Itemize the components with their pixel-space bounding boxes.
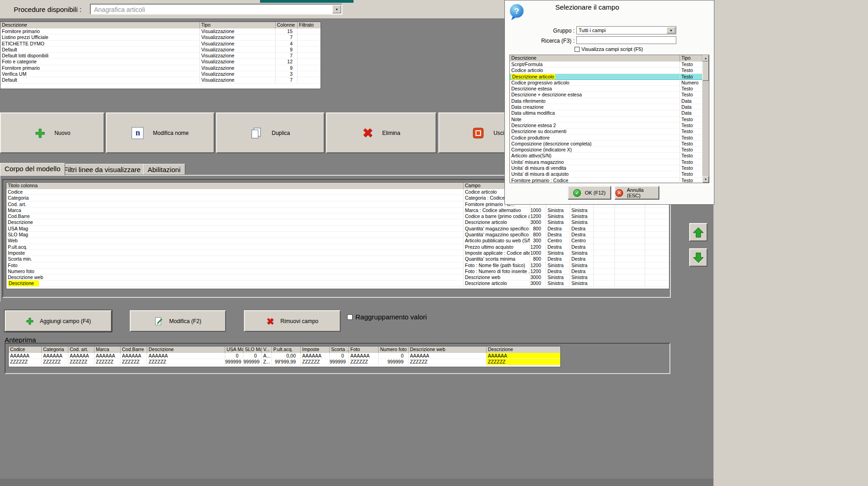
nuovo-button[interactable]: Nuovo [0, 112, 105, 153]
field-row[interactable]: Articolo attivo(S/N)Testo [510, 153, 709, 159]
aggiungi-campo-button[interactable]: Aggiungi campo (F4) [5, 310, 112, 332]
procedure-row[interactable]: Default lotti disponibiliVisualizzazione… [0, 53, 321, 59]
field-row[interactable]: Descrizione estesaTesto [510, 86, 709, 92]
raggruppamento-checkbox[interactable] [347, 314, 353, 320]
field-row[interactable]: Fornitore primario : CodiceTesto [510, 178, 709, 184]
scrollbar-up-icon[interactable]: ▲ [702, 55, 709, 61]
modifica-button[interactable]: Modifica (F2) [130, 310, 226, 332]
column-header[interactable]: Numero foto [379, 346, 409, 353]
column-header[interactable]: Descrizione [510, 55, 680, 61]
ok-button[interactable]: ✓ OK (F12) [568, 186, 611, 200]
column-header[interactable]: Imposte [301, 346, 330, 353]
tab-abilitazioni[interactable]: Abilitazioni [143, 164, 185, 175]
field-row[interactable]: Data ultima modificaData [510, 110, 709, 116]
preview-row[interactable]: AAAAAAAAAAAAAAAAAAAAAAAAAAAAAAAAAAAA00A.… [9, 353, 560, 359]
column-header[interactable]: Cod. art. [68, 346, 94, 353]
scrollbar-thumb[interactable] [702, 61, 709, 81]
column-config-row[interactable]: MarcaMarca : Codice alternativo1000Sinis… [6, 207, 669, 213]
field-row[interactable]: Data riferimentoData [510, 98, 709, 104]
modifica-nome-button[interactable]: n Modifica nome [106, 112, 215, 153]
column-header[interactable]: Descrizione [147, 346, 225, 353]
dropdown-arrow-icon[interactable]: ▼ [332, 5, 341, 13]
column-config-row[interactable]: Scorta min.Quantita' scorta minima800Des… [6, 256, 669, 262]
procedure-row[interactable]: DefaultVisualizzazione9 [0, 47, 321, 53]
column-config-row[interactable]: Descrizione webDescrizione web3000Sinist… [6, 274, 669, 280]
move-down-button[interactable] [689, 248, 708, 267]
column-header[interactable]: Categoria [42, 346, 68, 353]
procedures-table-header: DescrizioneTipoColonneFiltrato [0, 22, 321, 28]
dropdown-arrow-icon[interactable]: ▼ [667, 27, 675, 34]
cell: Categoria [6, 195, 464, 201]
field-row[interactable]: Descrizione estesa 2Testo [510, 123, 709, 128]
preview-row[interactable]: ZZZZZZZZZZZZZZZZZZZZZZZZZZZZZZZZZZZZ9999… [9, 359, 560, 365]
column-header[interactable]: Scorta ... [330, 346, 349, 353]
field-row[interactable]: Descrizione + descrizione estesaTesto [510, 92, 709, 98]
column-config-row[interactable]: DescrizioneDescrizione articolo3000Sinis… [6, 280, 669, 286]
column-header[interactable]: Tipo [680, 55, 702, 61]
procedure-row[interactable]: Foto e categorieVisualizzazione12 [0, 59, 321, 65]
column-header[interactable]: Marca [94, 346, 121, 353]
annulla-button[interactable]: ✕ Annulla (ESC) [614, 186, 659, 200]
field-row[interactable]: Codice produttoreTesto [510, 135, 709, 141]
column-config-row[interactable]: Cod.BarreCodice a barre (primo codice a … [6, 213, 669, 219]
rimuovi-campo-button[interactable]: ✖ Rimuovi campo [244, 310, 341, 332]
field-row[interactable]: Data creazioneData [510, 104, 709, 110]
procedures-label: Procedure disponibili : [14, 6, 82, 13]
field-row[interactable]: Composizione (descrizione completa)Testo [510, 141, 709, 147]
column-header[interactable]: Descrizione web [409, 346, 487, 353]
visualizza-campi-script-checkbox[interactable] [575, 47, 580, 52]
column-header[interactable]: SLO Mag [243, 346, 262, 353]
cell [298, 59, 321, 64]
gruppo-combobox[interactable]: Tutti i campi ▼ [576, 26, 676, 34]
column-config-row[interactable]: Numero fotoFoto : Numero di foto inserit… [6, 268, 669, 274]
column-header[interactable]: Titolo colonna [6, 183, 464, 189]
cell: AAAAAA [147, 353, 225, 358]
column-config-row[interactable]: WebArticolo pubblicato su web (S/N)300Ce… [6, 238, 669, 244]
field-row[interactable]: Composizione (indicatore X)Testo [510, 147, 709, 153]
column-config-row[interactable]: SLO MagQuantita' magazzino specifico800D… [6, 232, 669, 238]
procedure-row[interactable]: Listino prezzi UfficialeVisualizzazione7 [0, 34, 321, 40]
column-config-row[interactable]: DescrizioneDescrizione articolo3000Sinis… [6, 219, 669, 225]
column-header[interactable]: Filtrato [298, 22, 321, 28]
column-header[interactable]: P.ult.acq. [272, 346, 301, 353]
procedure-row[interactable]: Fornitore primarioVisualizzazione15 [0, 28, 321, 34]
tab-corpo-del-modello[interactable]: Corpo del modello [0, 163, 65, 175]
elimina-button[interactable]: ✖ Elimina [326, 112, 437, 153]
column-config-row[interactable]: FotoFoto : Nome file (path fisico)1200Si… [6, 263, 669, 268]
column-config-row[interactable]: P.ult.acq.Prezzo ultimo acquisto1200Dest… [6, 244, 669, 250]
column-config-row[interactable]: USA MagQuantita' magazzino specifico800D… [6, 226, 669, 232]
column-header[interactable]: V... [262, 346, 272, 353]
duplica-button[interactable]: Duplica [216, 112, 325, 153]
ricerca-input[interactable] [576, 36, 676, 44]
tab-filtri-linee[interactable]: Filtri linee da visualizzare [59, 164, 145, 175]
procedure-combobox[interactable]: Anagrafica articoli ▼ [90, 4, 343, 15]
procedure-row[interactable]: ETICHETTE DYMOVisualizzazione4 [0, 41, 321, 47]
field-row[interactable]: Descrizione su documentiTesto [510, 128, 709, 134]
field-row[interactable]: NoteTesto [510, 117, 709, 123]
cell [594, 232, 615, 237]
column-header[interactable]: Cod.Barre [121, 346, 147, 353]
column-config-row[interactable]: ImposteImposte applicate : Codice alte..… [6, 250, 669, 256]
scrollbar-down-icon[interactable]: ▼ [702, 176, 709, 183]
column-header[interactable]: Descrizione [0, 22, 200, 28]
field-row[interactable]: Codice progressivo articoloNumero [510, 80, 709, 86]
procedure-row[interactable]: Fornitore primarioVisualizzazione9 [0, 65, 321, 71]
field-row[interactable]: Descrizione articoloTesto [510, 74, 709, 80]
column-header[interactable]: USA Mag [225, 346, 243, 353]
field-row[interactable]: Script/FormulaTesto [510, 61, 709, 67]
scrollbar[interactable]: ▲ ▼ [702, 55, 709, 183]
cell: 1200 [530, 213, 546, 219]
field-row[interactable]: Unita' misura magazzinoTesto [510, 159, 709, 165]
column-header[interactable]: Tipo [200, 22, 276, 28]
column-header[interactable]: Descrizione [487, 346, 561, 353]
procedure-row[interactable]: DefaultVisualizzazione7 [0, 77, 321, 83]
field-row[interactable]: Unita' di misura di venditaTesto [510, 165, 709, 171]
column-header[interactable]: Foto [349, 346, 379, 353]
column-header[interactable]: Codice [9, 346, 42, 353]
column-header[interactable]: Colonne [276, 22, 298, 28]
procedure-row[interactable]: Verifica UMVisualizzazione3 [0, 71, 321, 77]
field-row[interactable]: Codice articoloTesto [510, 67, 709, 73]
field-row[interactable]: Unita' di misura di acquistoTesto [510, 171, 709, 177]
help-icon[interactable]: ? [509, 4, 525, 21]
move-up-button[interactable] [689, 223, 708, 241]
